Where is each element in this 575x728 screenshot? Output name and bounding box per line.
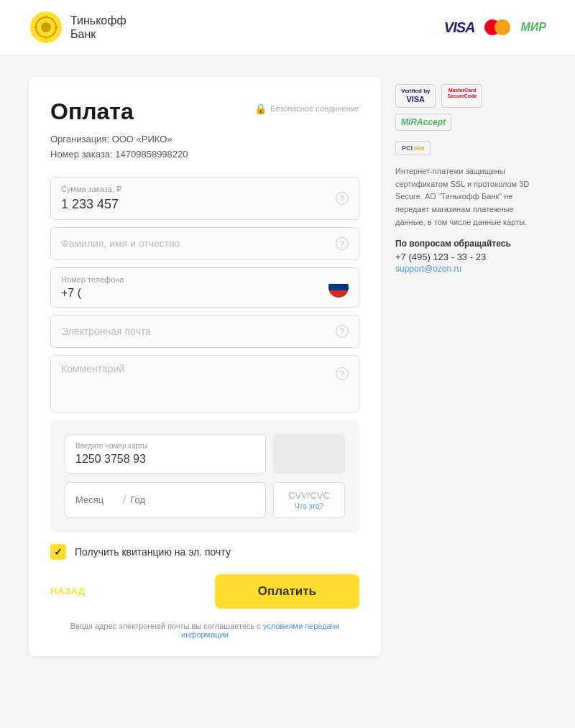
security-logos: Verified by VISA MasterCard SecureCode M… — [395, 84, 539, 131]
name-input[interactable] — [61, 235, 349, 252]
tinkoff-logo-icon — [29, 10, 63, 45]
logo-area: Тинькофф Банк — [29, 10, 126, 45]
email-input[interactable] — [61, 323, 349, 340]
receipt-checkbox[interactable]: ✓ — [50, 544, 66, 560]
footer-prefix: Вводя адрес электронной почты вы соглаша… — [70, 622, 263, 630]
russian-flag — [328, 277, 349, 298]
flag-blue — [328, 284, 349, 290]
card-input-row: Введите номер карты — [65, 434, 345, 474]
phone-label: Номер телефона — [61, 275, 349, 284]
contact-phone: +7 (495) 123 - 33 - 23 — [395, 252, 539, 262]
email-field: ? — [50, 315, 359, 348]
mastercard-logo — [484, 19, 510, 35]
checkmark-icon: ✓ — [54, 546, 63, 558]
year-input[interactable] — [130, 494, 173, 505]
amount-label: Сумма заказа, ₽ — [61, 185, 349, 194]
amount-field: Сумма заказа, ₽ ? — [50, 177, 359, 220]
pci-label: PCI — [402, 144, 413, 152]
secure-badge: 🔒 Безопасное соединение — [254, 103, 359, 114]
header: Тинькофф Банк VISA МИР — [0, 0, 575, 55]
lock-icon: 🔒 — [254, 103, 267, 114]
contact-title: По вопросам обращайтесь — [395, 239, 539, 249]
main-content: 🔒 Безопасное соединение Оплата Организац… — [0, 55, 575, 678]
pci-dss-badge: PCI DSS — [395, 141, 431, 155]
card-logos: VISA МИР — [444, 19, 546, 36]
logo-text: Тинькофф Банк — [70, 14, 126, 41]
logo-line2: Банк — [70, 27, 126, 41]
date-box: / — [65, 482, 266, 518]
logo-line1: Тинькофф — [70, 14, 126, 27]
pay-button[interactable]: Оплатить — [215, 574, 359, 609]
mc-securecode-badge: MasterCard SecureCode — [441, 84, 482, 108]
cvv-box: CVV/CVC Что это? — [273, 482, 345, 518]
cvv-hint[interactable]: Что это? — [284, 502, 334, 510]
name-field: ? — [50, 227, 359, 260]
card-number-label: Введите номер карты — [75, 442, 255, 450]
dss-label: DSS — [414, 146, 424, 151]
comment-field[interactable]: Комментарий ? — [50, 355, 359, 413]
org-label: Организация: ООО «РИКО» — [50, 132, 359, 147]
card-right-placeholder — [273, 434, 345, 474]
cvv-label: CVV/CVC — [284, 490, 334, 501]
form-panel: 🔒 Безопасное соединение Оплата Организац… — [29, 77, 381, 656]
amount-hint-icon[interactable]: ? — [336, 192, 349, 205]
date-separator: / — [123, 494, 126, 507]
verified-visa-badge: Verified by VISA — [395, 84, 436, 108]
order-label: Номер заказа: 14709858998220 — [50, 147, 359, 162]
amount-input[interactable] — [61, 197, 349, 212]
security-text: Интернет-платежи защищены сертификатом S… — [395, 165, 539, 229]
mir-logo: МИР — [520, 21, 546, 34]
back-button[interactable]: НАЗАД — [50, 586, 86, 596]
card-number-input[interactable] — [75, 453, 255, 466]
payment-section: Введите номер карты / CVV/CVC Что это? — [50, 420, 359, 533]
org-info: Организация: ООО «РИКО» Номер заказа: 14… — [50, 132, 359, 162]
date-row: / CVV/CVC Что это? — [65, 482, 345, 518]
secure-label: Безопасное соединение — [270, 103, 359, 114]
card-number-box: Введите номер карты — [65, 434, 266, 474]
phone-field: Номер телефона — [50, 267, 359, 308]
action-row: НАЗАД Оплатить — [50, 567, 359, 616]
svg-point-2 — [41, 22, 51, 32]
month-input[interactable] — [75, 494, 119, 505]
receipt-label: Получить квитанцию на эл. почту — [75, 546, 231, 558]
footer-text: Вводя адрес электронной почты вы соглаша… — [50, 616, 359, 642]
receipt-checkbox-row: ✓ Получить квитанцию на эл. почту — [50, 533, 359, 567]
mc-orange-circle — [494, 19, 510, 35]
mir-accept-badge: MIRAccept — [395, 114, 451, 131]
email-hint-icon[interactable]: ? — [336, 325, 349, 338]
comment-hint-icon[interactable]: ? — [336, 367, 349, 380]
contact-email[interactable]: support@ozon.ru — [395, 264, 539, 274]
name-hint-icon[interactable]: ? — [336, 237, 349, 250]
comment-placeholder: Комментарий — [61, 363, 349, 374]
phone-input[interactable] — [61, 287, 349, 300]
visa-logo: VISA — [444, 19, 475, 36]
sidebar: Verified by VISA MasterCard SecureCode M… — [395, 77, 539, 656]
